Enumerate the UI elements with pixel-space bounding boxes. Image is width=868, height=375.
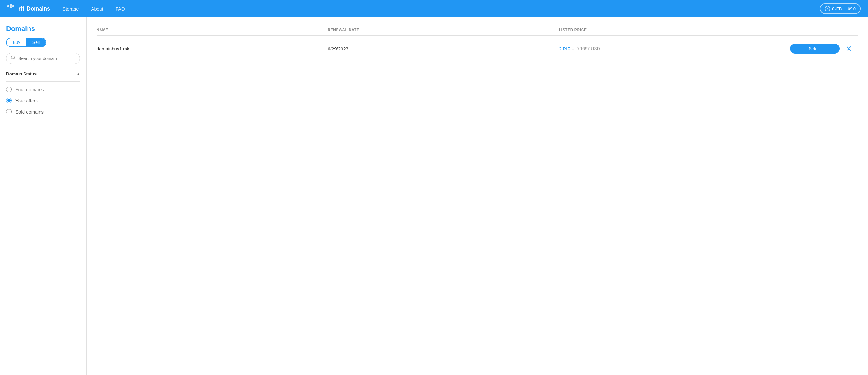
radio-your-offers[interactable] xyxy=(6,98,12,103)
rif-logo-icon xyxy=(7,4,16,13)
svg-rect-3 xyxy=(10,6,12,8)
buy-sell-toggle: Buy Sell xyxy=(6,38,46,47)
radio-your-domains[interactable] xyxy=(6,87,12,92)
app-layout: Domains Buy Sell Domain Status ▲ Your do… xyxy=(0,17,868,375)
radio-item-sold-domains[interactable]: Sold domains xyxy=(6,109,80,115)
svg-rect-1 xyxy=(10,4,12,6)
search-input[interactable] xyxy=(18,56,75,61)
table-header: NAME RENEWAL DATE LISTED PRICE xyxy=(96,25,858,36)
svg-rect-2 xyxy=(12,5,14,7)
nav-storage[interactable]: Storage xyxy=(62,6,79,11)
nav-about[interactable]: About xyxy=(91,6,103,11)
sidebar: Domains Buy Sell Domain Status ▲ Your do… xyxy=(0,17,87,375)
domain-status-chevron-icon[interactable]: ▲ xyxy=(76,72,80,76)
radio-item-your-domains[interactable]: Your domains xyxy=(6,87,80,92)
navbar-section-label: Domains xyxy=(27,6,50,12)
search-box xyxy=(6,53,80,64)
svg-line-5 xyxy=(14,59,16,60)
nav-faq[interactable]: FAQ xyxy=(116,6,125,11)
renewal-date: 6/29/2023 xyxy=(328,46,559,51)
col-header-renewal-date: RENEWAL DATE xyxy=(328,28,559,32)
domain-name: domainbuy1.rsk xyxy=(96,46,328,51)
table-row: domainbuy1.rsk 6/29/2023 2 RIF = 0.1697 … xyxy=(96,38,858,59)
radio-label-your-offers: Your offers xyxy=(16,98,38,103)
price-usd: 0.1697 USD xyxy=(577,46,600,51)
sell-toggle-button[interactable]: Sell xyxy=(26,38,46,46)
select-button[interactable]: Select xyxy=(790,43,840,54)
domain-status-title: Domain Status xyxy=(6,71,36,76)
col-header-remove xyxy=(840,28,858,32)
radio-item-your-offers[interactable]: Your offers xyxy=(6,98,80,103)
navbar-links: Storage About FAQ xyxy=(62,6,807,11)
wallet-address-button[interactable]: ✓ 0xFFcf...09f0 xyxy=(820,3,861,14)
price-cell: 2 RIF = 0.1697 USD xyxy=(559,46,790,51)
sidebar-title: Domains xyxy=(6,25,80,33)
svg-rect-0 xyxy=(7,5,9,7)
col-header-action xyxy=(790,28,840,32)
navbar-logo[interactable]: rif Domains xyxy=(7,4,50,13)
price-eq: = xyxy=(572,46,575,51)
col-header-listed-price: LISTED PRICE xyxy=(559,28,790,32)
navbar-brand-name: rif xyxy=(19,6,24,12)
col-header-name: NAME xyxy=(96,28,328,32)
radio-sold-domains[interactable] xyxy=(6,109,12,115)
buy-toggle-button[interactable]: Buy xyxy=(7,38,26,46)
wallet-check-icon: ✓ xyxy=(825,6,830,11)
price-rif: 2 RIF xyxy=(559,46,570,51)
radio-label-sold-domains: Sold domains xyxy=(16,109,43,115)
main-content: NAME RENEWAL DATE LISTED PRICE domainbuy… xyxy=(87,17,868,375)
search-icon xyxy=(11,55,16,61)
wallet-address-text: 0xFFcf...09f0 xyxy=(832,6,856,11)
radio-label-your-domains: Your domains xyxy=(16,87,43,92)
remove-listing-button[interactable] xyxy=(840,45,858,52)
domain-status-header: Domain Status ▲ xyxy=(6,71,80,76)
navbar: rif Domains Storage About FAQ ✓ 0xFFcf..… xyxy=(0,0,868,17)
domain-status-radio-list: Your domains Your offers Sold domains xyxy=(6,87,80,115)
